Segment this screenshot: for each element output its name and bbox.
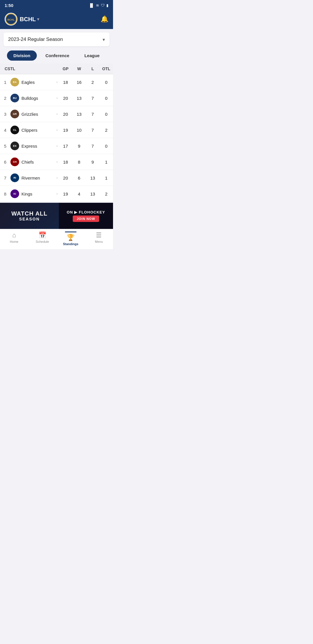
stat-gp: 20 [59, 96, 72, 101]
team-rank: 3 [2, 112, 8, 117]
team-name: Chiefs [21, 160, 54, 164]
table-row[interactable]: 8 KI Kings › 19 4 13 2 [0, 186, 113, 202]
stat-l: 7 [86, 144, 99, 149]
table-rows: 1 EA Eagles › 18 16 2 0 2 BU Bulldogs › … [0, 74, 113, 202]
season-selector[interactable]: 2023-24 Regular Season ▾ [3, 32, 110, 46]
row-chevron-icon: › [57, 176, 58, 180]
ad-left: WATCH ALL SEASON [0, 208, 59, 224]
join-now-button[interactable]: JOIN NOW [73, 216, 99, 222]
ad-banner[interactable]: WATCH ALL SEASON ON ▶ FLOHOCKEY JOIN NOW [0, 203, 113, 229]
team-cell: 2 BU Bulldogs › [0, 94, 59, 102]
stat-gp: 19 [59, 128, 72, 133]
stat-otl: 1 [99, 160, 113, 164]
col-team-header: CSTL [0, 66, 59, 71]
team-rank: 5 [2, 144, 8, 149]
table-row[interactable]: 4 CL Clippers › 19 10 7 2 [0, 122, 113, 138]
stat-w: 6 [72, 176, 86, 180]
standings-icon: 🏆 [67, 234, 74, 241]
nav-home[interactable]: ⌂ Home [0, 231, 28, 246]
ad-watch-text: WATCH ALL [11, 210, 48, 217]
tab-conference[interactable]: Conference [39, 50, 76, 61]
team-cell: 6 CH Chiefs › [0, 158, 59, 166]
tab-division[interactable]: Division [7, 50, 37, 61]
status-time: 1:50 [5, 3, 13, 8]
table-row[interactable]: 3 GR Grizzlies › 20 13 7 0 [0, 106, 113, 122]
team-logo: GR [10, 110, 19, 118]
table-row[interactable]: 5 EX Express › 17 9 7 0 [0, 138, 113, 154]
table-row[interactable]: 2 BU Bulldogs › 20 13 7 0 [0, 90, 113, 106]
team-rank: 8 [2, 191, 8, 196]
stat-w: 4 [72, 191, 86, 196]
stat-otl: 2 [99, 128, 113, 133]
stat-gp: 17 [59, 144, 72, 149]
bottom-navigation: ⌂ Home 📅 Schedule 🏆 Standings ☰ Menu [0, 229, 113, 249]
season-chevron-icon: ▾ [103, 37, 105, 42]
row-chevron-icon: › [57, 144, 58, 148]
team-logo: KI [10, 189, 19, 198]
nav-standings-label: Standings [63, 242, 78, 246]
table-row[interactable]: 7 RI Rivermen › 20 6 13 1 [0, 170, 113, 186]
col-w-header: W [72, 66, 86, 71]
nav-home-label: Home [10, 240, 18, 243]
team-logo: EA [10, 78, 19, 86]
team-name: Express [21, 144, 54, 149]
ad-season-text: SEASON [19, 217, 40, 221]
team-rank: 1 [2, 80, 8, 85]
row-chevron-icon: › [57, 160, 58, 164]
row-chevron-icon: › [57, 80, 58, 84]
season-label: 2023-24 Regular Season [8, 37, 63, 42]
header-title[interactable]: BCHL ▾ [20, 16, 39, 23]
stat-otl: 0 [99, 112, 113, 117]
team-logo: EX [10, 142, 19, 150]
signal-icon: ▐▌ [89, 3, 94, 8]
stat-otl: 0 [99, 96, 113, 101]
stat-w: 13 [72, 96, 86, 101]
team-cell: 7 RI Rivermen › [0, 173, 59, 182]
row-chevron-icon: › [57, 96, 58, 100]
ad-right[interactable]: ON ▶ FLOHOCKEY JOIN NOW [59, 203, 113, 229]
col-otl-header: OTL [99, 66, 113, 71]
header-chevron-icon: ▾ [37, 17, 39, 21]
stat-gp: 20 [59, 112, 72, 117]
stat-l: 7 [86, 112, 99, 117]
stat-otl: 0 [99, 80, 113, 85]
bchl-logo: BCHL [5, 13, 17, 26]
tab-league[interactable]: League [78, 50, 106, 61]
team-logo: RI [10, 173, 19, 182]
row-chevron-icon: › [57, 128, 58, 132]
row-chevron-icon: › [57, 192, 58, 196]
stat-l: 7 [86, 96, 99, 101]
table-header: CSTL GP W L OTL [0, 64, 113, 74]
team-name: Eagles [21, 80, 54, 85]
stat-l: 13 [86, 176, 99, 180]
nav-schedule-label: Schedule [36, 240, 49, 243]
notifications-icon[interactable]: 🔔 [101, 15, 108, 23]
table-row[interactable]: 1 EA Eagles › 18 16 2 0 [0, 74, 113, 90]
team-rank: 7 [2, 176, 8, 180]
row-chevron-icon: › [57, 112, 58, 116]
nav-standings[interactable]: 🏆 Standings [57, 231, 85, 246]
team-name: Grizzlies [21, 112, 54, 117]
shield-icon: 🛡 [101, 3, 105, 8]
header-title-text: BCHL [20, 16, 36, 23]
stat-w: 9 [72, 144, 86, 149]
stat-l: 7 [86, 128, 99, 133]
table-row[interactable]: 6 CH Chiefs › 18 8 9 1 [0, 154, 113, 170]
team-cell: 4 CL Clippers › [0, 126, 59, 134]
team-cell: 3 GR Grizzlies › [0, 110, 59, 118]
team-logo: CH [10, 158, 19, 166]
nav-schedule[interactable]: 📅 Schedule [28, 231, 57, 246]
status-bar: 1:50 ▐▌ ≋ 🛡 ▮ [0, 0, 113, 10]
active-indicator [65, 231, 77, 232]
battery-icon: ▮ [106, 3, 108, 8]
nav-menu[interactable]: ☰ Menu [85, 231, 113, 246]
stat-otl: 2 [99, 191, 113, 196]
team-rank: 2 [2, 96, 8, 101]
view-tabs: Division Conference League [0, 46, 113, 64]
stat-otl: 0 [99, 144, 113, 149]
team-logo: BU [10, 94, 19, 102]
team-name: Rivermen [21, 176, 54, 180]
svg-text:BCHL: BCHL [8, 18, 15, 21]
team-name: Bulldogs [21, 96, 54, 101]
stat-gp: 18 [59, 80, 72, 85]
